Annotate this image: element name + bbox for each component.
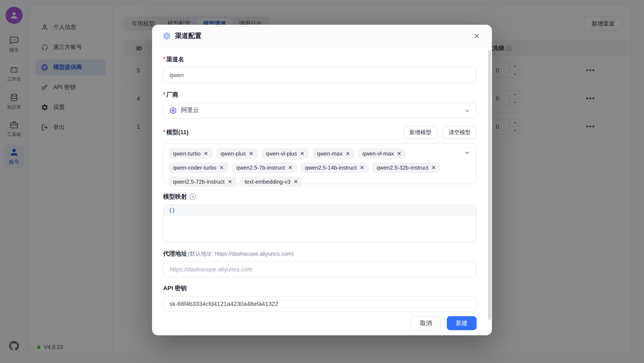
remove-chip-icon[interactable]: ✕: [360, 165, 364, 170]
model-chip: qwen2.5-14b-instruct✕: [301, 162, 369, 173]
model-chip: qwen2.5-72b-instruct✕: [169, 176, 236, 187]
model-chip: qwen-plus✕: [216, 148, 258, 159]
channel-config-modal: 渠道配置 渠道名 厂商 阿里云 模型(11) 新增模型 清空模型: [152, 25, 492, 335]
model-chip: qwen-turbo✕: [169, 148, 212, 159]
proxy-url-input[interactable]: [163, 262, 476, 278]
modal-scrollbar-thumb[interactable]: [488, 50, 491, 320]
models-header-row: 模型(11) 新增模型 清空模型: [163, 126, 476, 139]
cancel-button[interactable]: 取消: [411, 316, 441, 330]
mapping-label: 模型映射: [163, 192, 187, 201]
chevron-down-icon[interactable]: [464, 149, 471, 156]
mapping-label-row: 模型映射 ?: [163, 192, 476, 201]
remove-chip-icon[interactable]: ✕: [294, 179, 298, 184]
modal-title: 渠道配置: [175, 32, 202, 40]
models-label: 模型(11): [163, 128, 188, 137]
modal-body: 渠道名 厂商 阿里云 模型(11) 新增模型 清空模型 qwen-turbo✕ …: [152, 48, 492, 335]
models-multiselect[interactable]: qwen-turbo✕ qwen-plus✕ qwen-vl-plus✕ qwe…: [163, 143, 476, 184]
chevron-down-icon: [464, 107, 471, 114]
model-mapping-editor[interactable]: {}: [163, 204, 476, 242]
clear-models-button[interactable]: 清空模型: [442, 126, 476, 139]
api-key-label: API 密钥: [163, 284, 476, 292]
alibaba-cloud-logo-icon: [169, 106, 177, 114]
remove-chip-icon[interactable]: ✕: [397, 151, 402, 156]
add-model-button[interactable]: 新增模型: [403, 126, 438, 139]
proxy-label: 代理地址 (默认地址: https://dashscope.aliyuncs.c…: [163, 250, 476, 258]
remove-chip-icon[interactable]: ✕: [431, 165, 436, 170]
close-icon[interactable]: [471, 30, 482, 42]
model-chip: qwen2.5-32b-instruct✕: [372, 162, 440, 173]
remove-chip-icon[interactable]: ✕: [228, 179, 232, 184]
vendor-select[interactable]: 阿里云: [163, 102, 476, 118]
model-chip: qwen-vl-plus✕: [262, 148, 309, 159]
gear-icon: [163, 32, 171, 40]
modal-footer: 取消 新建: [163, 316, 476, 330]
remove-chip-icon[interactable]: ✕: [204, 151, 208, 156]
help-icon[interactable]: ?: [190, 194, 196, 200]
remove-chip-icon[interactable]: ✕: [288, 165, 292, 170]
remove-chip-icon[interactable]: ✕: [249, 151, 254, 156]
remove-chip-icon[interactable]: ✕: [219, 165, 224, 170]
vendor-label: 厂商: [163, 91, 476, 99]
model-chip: text-embedding-v3✕: [240, 176, 302, 187]
model-chip: qwen-coder-turbo✕: [169, 162, 228, 173]
api-key-input[interactable]: [163, 296, 476, 312]
channel-name-input[interactable]: [163, 67, 476, 83]
editor-line: {}: [164, 205, 476, 216]
screen: 聊天 工作台 知识库 工具箱 账号: [0, 0, 644, 363]
remove-chip-icon[interactable]: ✕: [300, 151, 304, 156]
remove-chip-icon[interactable]: ✕: [346, 151, 350, 156]
model-chip: qwen2.5-7b-instruct✕: [232, 162, 297, 173]
create-button[interactable]: 新建: [447, 316, 476, 330]
proxy-default-hint: (默认地址: https://dashscope.aliyuncs.com): [188, 250, 294, 258]
modal-header: 渠道配置: [152, 25, 492, 48]
channel-name-label: 渠道名: [163, 56, 476, 64]
vendor-value: 阿里云: [181, 106, 199, 114]
model-chip: qwen-vl-max✕: [358, 148, 406, 159]
model-chip: qwen-max✕: [313, 148, 354, 159]
